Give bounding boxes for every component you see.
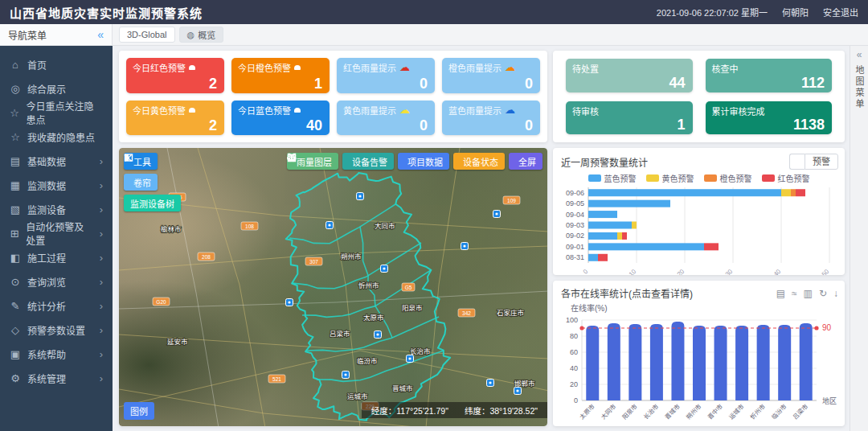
- data-view-icon[interactable]: ▤: [776, 289, 785, 298]
- map-button-设备告警[interactable]: 设备告警: [342, 153, 394, 170]
- legend-item[interactable]: 黄色预警: [646, 172, 694, 184]
- sidebar-item[interactable]: ⌂首页: [0, 52, 113, 76]
- map-menu-vertical-label: 地图菜单: [853, 65, 866, 110]
- warning-card[interactable]: 今日红色预警2: [126, 58, 224, 93]
- nav-panel-header: 导航菜单 «: [0, 24, 113, 45]
- city-online-bar[interactable]: [607, 323, 620, 400]
- city-online-bar[interactable]: [799, 323, 812, 400]
- legend-label: 蓝色预警: [604, 172, 637, 184]
- map-button-卷帘[interactable]: 卷帘: [124, 174, 158, 191]
- bar-segment[interactable]: [588, 211, 617, 218]
- svg-text:80: 80: [569, 332, 577, 340]
- sidebar-item[interactable]: ◎综合展示: [0, 76, 113, 101]
- sidebar-item[interactable]: ▧监测设备›: [0, 197, 113, 221]
- sidebar-item[interactable]: ✎统计分析›: [0, 293, 113, 318]
- city-online-bar[interactable]: [735, 326, 748, 400]
- bar-segment[interactable]: [796, 189, 805, 196]
- bar-segment[interactable]: [588, 200, 670, 207]
- chart-mode-blank-button[interactable]: [789, 154, 805, 170]
- city-online-bar[interactable]: [756, 325, 769, 400]
- card-value: 0: [420, 117, 428, 134]
- sidebar-item[interactable]: ◧施工过程›: [0, 245, 113, 269]
- chevron-right-icon: ›: [100, 349, 103, 359]
- warning-card[interactable]: 今日蓝色预警40: [231, 101, 330, 136]
- sidebar-item[interactable]: ▦监测数据›: [0, 173, 113, 197]
- line-chart-icon[interactable]: ≈: [792, 289, 797, 298]
- warning-card[interactable]: 红色雨量提示☁0: [337, 58, 435, 93]
- warning-card[interactable]: 蓝色雨量提示☁0: [442, 101, 540, 136]
- bar-segment[interactable]: [791, 189, 796, 196]
- city-online-bar[interactable]: [693, 326, 706, 400]
- bar-segment[interactable]: [588, 243, 704, 250]
- tab-3d-global[interactable]: 3D-Global: [119, 27, 175, 43]
- current-user[interactable]: 何朝阳: [782, 6, 809, 18]
- device-marker-icon[interactable]: [375, 331, 382, 339]
- warning-card[interactable]: 今日黄色预警2: [126, 101, 224, 136]
- device-marker-icon[interactable]: [326, 222, 334, 229]
- map-button-设备状态[interactable]: 设备状态: [453, 153, 505, 170]
- legend-item[interactable]: 橙色预警: [704, 172, 752, 184]
- map-button-监测设备树[interactable]: 监测设备树: [124, 195, 181, 211]
- map-button-项目数据[interactable]: 项目数据: [398, 153, 449, 170]
- map-canvas[interactable]: G55208G20108307G5342229109521大同市朔州市忻州市太原…: [119, 148, 547, 426]
- sidebar-item[interactable]: ⚙系统管理›: [0, 366, 113, 390]
- city-online-bar[interactable]: [714, 326, 727, 400]
- warning-card[interactable]: 黄色雨量提示☁0: [337, 101, 435, 136]
- bar-segment[interactable]: [617, 232, 622, 240]
- city-online-bar[interactable]: [628, 324, 641, 400]
- bar-chart-icon[interactable]: ▥: [804, 289, 813, 298]
- device-marker-icon[interactable]: [514, 388, 522, 395]
- map-button-全屏[interactable]: 全屏: [509, 153, 542, 170]
- status-card[interactable]: 待审核1: [566, 101, 693, 135]
- sidebar-item[interactable]: ☆我收藏的隐患点: [0, 125, 113, 149]
- device-marker-icon[interactable]: [342, 371, 350, 379]
- device-marker-icon[interactable]: [286, 299, 293, 306]
- status-card[interactable]: 累计审核完成1138: [706, 101, 833, 135]
- card-label: 核查中: [712, 62, 739, 75]
- home-icon: ⌂: [10, 59, 21, 71]
- chart-mode-warning-button[interactable]: 预警: [805, 154, 838, 170]
- collapse-sidebar-icon[interactable]: «: [97, 28, 104, 41]
- device-marker-icon[interactable]: [357, 193, 364, 200]
- legend-item[interactable]: 红色预警: [762, 172, 810, 184]
- sidebar-item[interactable]: ⊙查询浏览›: [0, 269, 113, 293]
- status-card[interactable]: 核查中112: [706, 59, 833, 92]
- device-marker-icon[interactable]: [407, 355, 414, 363]
- device-marker-icon[interactable]: [461, 243, 469, 250]
- device-marker-icon[interactable]: [381, 265, 388, 273]
- bar-segment[interactable]: [588, 222, 632, 229]
- bar-segment[interactable]: [598, 254, 608, 261]
- map-menu-strip: « 地图菜单: [850, 46, 868, 431]
- city-online-bar[interactable]: [671, 322, 684, 400]
- warning-card[interactable]: 橙色雨量提示☁0: [442, 58, 540, 93]
- map-legend-button[interactable]: 图例: [124, 402, 154, 420]
- city-online-bar[interactable]: [586, 326, 599, 400]
- bar-segment[interactable]: [588, 189, 781, 196]
- sidebar-item[interactable]: ☆今日重点关注隐患点: [0, 101, 113, 125]
- sidebar-item[interactable]: ▤基础数据›: [0, 149, 113, 173]
- card-label: 今日橙色预警: [238, 61, 291, 74]
- sidebar-item[interactable]: ▣系统帮助›: [0, 342, 113, 366]
- device-marker-icon[interactable]: [487, 380, 494, 387]
- bar-segment[interactable]: [588, 232, 617, 240]
- legend-item[interactable]: 蓝色预警: [588, 172, 637, 184]
- city-online-bar[interactable]: [778, 325, 791, 400]
- bar-segment[interactable]: [632, 222, 637, 229]
- tab-overview[interactable]: ◍概览: [179, 27, 224, 43]
- status-cards-panel: 待处置44核查中112待审核1累计审核完成1138: [553, 51, 845, 142]
- sidebar-item[interactable]: ⊞自动化预警及处置›: [0, 221, 113, 245]
- refresh-icon[interactable]: ↻: [819, 289, 827, 298]
- logout-link[interactable]: 安全退出: [823, 6, 858, 18]
- city-online-bar[interactable]: [649, 324, 662, 400]
- bar-segment[interactable]: [704, 243, 719, 250]
- bar-segment[interactable]: [588, 254, 598, 261]
- sidebar-item[interactable]: ◇预警参数设置›: [0, 318, 113, 342]
- warning-card[interactable]: 今日橙色预警1: [231, 58, 330, 93]
- collapse-map-menu-icon[interactable]: «: [857, 49, 862, 60]
- download-icon[interactable]: ↓: [833, 289, 838, 298]
- bar-segment[interactable]: [622, 232, 627, 240]
- device-marker-icon[interactable]: [493, 211, 501, 218]
- bar-segment[interactable]: [781, 189, 791, 196]
- alarm-icon: [189, 108, 195, 113]
- status-card[interactable]: 待处置44: [566, 59, 693, 92]
